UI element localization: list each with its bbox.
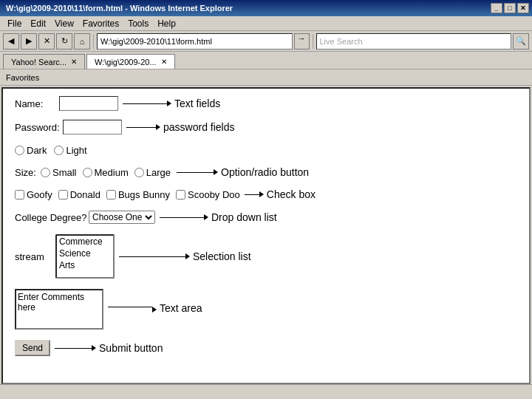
stream-label: stream	[15, 251, 55, 262]
listbox-arrowhead	[185, 253, 190, 259]
menu-favorites[interactable]: Favorites	[78, 18, 123, 29]
textarea-annotation: Text area	[160, 302, 202, 314]
links-bar: Favorites	[0, 69, 532, 86]
list-option-science: Science	[57, 248, 113, 259]
stream-listbox[interactable]: Commerce Science Arts	[55, 234, 115, 279]
college-dropdown[interactable]: Choose One Yes No	[89, 211, 155, 224]
tab-yahoo-close[interactable]: ✕	[71, 58, 77, 66]
name-label: Name:	[15, 98, 59, 109]
back-button[interactable]: ◀	[3, 33, 19, 50]
medium-label: Medium	[95, 167, 129, 178]
submit-arrowhead	[92, 345, 96, 351]
dark-radio[interactable]	[15, 146, 24, 155]
search-bar[interactable]: Live Search	[316, 33, 512, 50]
light-radio[interactable]	[54, 146, 64, 155]
large-label: Large	[146, 167, 171, 178]
checkbox-arrow-line	[245, 194, 259, 195]
checkbox-arrowhead	[259, 191, 264, 197]
large-radio[interactable]	[134, 168, 144, 177]
submit-button[interactable]	[15, 340, 50, 356]
address-text: W:\gig\2009-2010\11\form.html	[100, 37, 212, 46]
tab-form-close[interactable]: ✕	[161, 58, 167, 66]
name-arrowhead	[167, 100, 171, 106]
college-label: College Degree?	[15, 212, 89, 223]
search-button[interactable]: 🔍	[513, 33, 529, 50]
password-arrow-line	[126, 127, 156, 128]
scooby-doo-checkbox[interactable]	[176, 190, 185, 200]
menu-view[interactable]: View	[50, 18, 78, 29]
submit-arrow-line	[55, 348, 92, 349]
tab-yahoo-label: Yahoo! Searc...	[11, 58, 66, 66]
browser-window[interactable]: Name: Text fields Password: password fie…	[1, 87, 531, 384]
dark-label: Dark	[27, 145, 47, 156]
size-row: Size: Small Medium Large Option/radio bu…	[15, 166, 517, 178]
tab-form[interactable]: W:\gig\2009-20... ✕	[86, 54, 175, 69]
stop-button[interactable]: ✕	[38, 33, 55, 50]
submit-row: Submit button	[15, 340, 517, 356]
goofy-label: Goofy	[27, 189, 52, 200]
light-label: Light	[66, 145, 86, 156]
dropdown-annotation: Drop down list	[211, 211, 277, 223]
textarea-arrow-line	[108, 307, 152, 307]
list-option-arts: Arts	[57, 259, 113, 271]
tab-bar: Yahoo! Searc... ✕ W:\gig\2009-20... ✕	[0, 52, 532, 69]
menu-bar: File Edit View Favorites Tools Help	[0, 16, 532, 31]
forward-button[interactable]: ▶	[21, 33, 37, 50]
search-placeholder: Live Search	[320, 37, 363, 46]
go-button[interactable]: →	[294, 33, 310, 50]
selection-list-annotation: Selection list	[193, 250, 251, 262]
maximize-button[interactable]: □	[504, 3, 516, 13]
form-content: Name: Text fields Password: password fie…	[3, 89, 529, 364]
window-controls[interactable]: _ □ ✕	[491, 3, 529, 13]
separator	[93, 34, 94, 49]
textarea-row: Enter Comments here Text area	[15, 289, 517, 330]
submit-annotation: Submit button	[99, 342, 163, 354]
close-button[interactable]: ✕	[517, 3, 529, 13]
text-fields-annotation: Text fields	[174, 98, 220, 109]
donald-checkbox[interactable]	[58, 190, 68, 200]
scooby-doo-label: Scooby Doo	[188, 189, 240, 200]
listbox-arrow-line	[119, 256, 185, 257]
bugs-bunny-checkbox[interactable]	[106, 190, 116, 200]
textarea-arrowhead	[152, 307, 157, 313]
goofy-checkbox[interactable]	[15, 190, 24, 200]
password-label: Password:	[15, 122, 63, 133]
comments-textarea[interactable]: Enter Comments here	[15, 289, 103, 330]
home-button[interactable]: ⌂	[74, 33, 90, 50]
small-label: Small	[52, 167, 77, 178]
medium-radio[interactable]	[83, 168, 92, 177]
minimize-button[interactable]: _	[491, 3, 502, 13]
menu-help[interactable]: Help	[153, 18, 180, 29]
name-row: Name: Text fields	[15, 96, 517, 111]
title-bar: W:\gig\2009-2010\11\form.html - Windows …	[0, 0, 532, 16]
menu-file[interactable]: File	[3, 18, 26, 29]
list-option-commerce: Commerce	[57, 236, 113, 248]
bugs-bunny-label: Bugs Bunny	[118, 189, 170, 200]
menu-tools[interactable]: Tools	[123, 18, 153, 29]
checkbox-row: Goofy Donald Bugs Bunny Scooby Doo Check…	[15, 188, 517, 200]
separator2	[313, 34, 313, 49]
status-bar	[0, 384, 532, 399]
small-radio[interactable]	[41, 168, 50, 177]
donald-label: Donald	[70, 189, 100, 200]
radio-arrowhead	[214, 169, 218, 175]
password-row: Password: password fields	[15, 120, 517, 134]
selection-row: stream Commerce Science Arts Selection l…	[15, 234, 517, 279]
dropdown-row: College Degree? Choose One Yes No Drop d…	[15, 211, 517, 224]
password-input[interactable]	[63, 120, 122, 134]
radio-annotation: Option/radio button	[221, 166, 309, 178]
name-input[interactable]	[59, 96, 118, 111]
menu-edit[interactable]: Edit	[26, 18, 50, 29]
toolbar: ◀ ▶ ✕ ↻ ⌂ W:\gig\2009-2010\11\form.html …	[0, 31, 532, 52]
address-bar[interactable]: W:\gig\2009-2010\11\form.html	[97, 33, 293, 50]
password-arrowhead	[156, 124, 160, 130]
refresh-button[interactable]: ↻	[56, 33, 72, 50]
tab-yahoo[interactable]: Yahoo! Searc... ✕	[3, 54, 85, 69]
dropdown-arrowhead	[204, 214, 208, 220]
favorites-label: Favorites	[6, 73, 39, 82]
radio-arrow-line	[177, 172, 214, 173]
dropdown-arrow-line	[160, 217, 204, 218]
checkbox-annotation: Check box	[267, 188, 316, 200]
theme-row: Dark Light	[15, 145, 517, 156]
tab-form-label: W:\gig\2009-20...	[95, 58, 157, 66]
